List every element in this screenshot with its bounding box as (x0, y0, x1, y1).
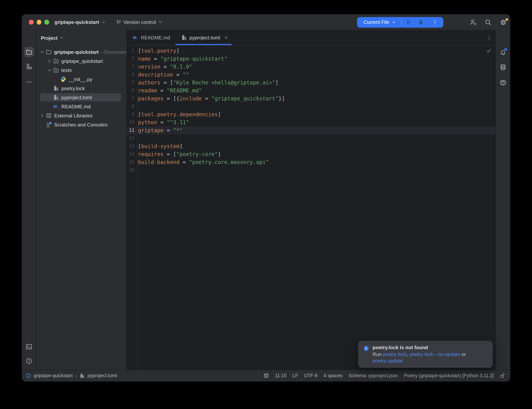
tree-item-label: External Libraries (54, 113, 92, 118)
code-line-1[interactable]: 1[tool.poetry] (127, 47, 495, 55)
chevron-down-icon (392, 20, 396, 24)
code-text: description = "" (134, 71, 189, 79)
toml-icon: [T] (53, 85, 59, 92)
minimize-window-button[interactable] (37, 20, 41, 25)
close-tab-icon[interactable] (224, 35, 229, 40)
tree-item-poetry-lock[interactable]: [T]poetry.lock (36, 84, 127, 93)
code-line-10[interactable]: 10python = "^3.11" (127, 119, 495, 127)
notifications-button[interactable] (498, 47, 508, 57)
run-config-label[interactable]: Current File (364, 19, 389, 25)
project-panel-header[interactable]: Project (36, 32, 127, 44)
status-breadcrumb-project[interactable]: griptape-quickstart (34, 373, 73, 378)
terminal-tool-button[interactable] (24, 342, 34, 352)
tab-options-kebab-icon[interactable] (486, 35, 492, 40)
vcs-widget[interactable]: Version control (115, 17, 164, 28)
code-text: [tool.poetry.dependencies] (134, 111, 221, 119)
code-text: python = "^3.11" (134, 119, 189, 127)
tab-readme-md[interactable]: M↓README.md (127, 30, 175, 45)
chevron-down-icon[interactable] (46, 68, 53, 73)
code-line-4[interactable]: 4description = "" (127, 71, 495, 79)
database-tool-button[interactable] (498, 62, 508, 72)
chevron-right-icon[interactable] (39, 113, 46, 118)
code-line-9[interactable]: 9[tool.poetry.dependencies] (127, 111, 495, 119)
code-line-8[interactable]: 8 (127, 103, 495, 111)
project-widget[interactable]: griptape-quickstart (54, 17, 107, 28)
ai-icon (500, 79, 506, 86)
status-line-ending[interactable]: LF (293, 373, 298, 378)
tree-item-readme-md[interactable]: M↓README.md (36, 102, 127, 111)
status-schema[interactable]: Schema: pyproject.json (349, 373, 398, 378)
search-everywhere-button[interactable] (484, 18, 493, 27)
ai-assistant-tool-button[interactable] (498, 78, 508, 87)
tree-item-pyproject-toml[interactable]: [T]pyproject.toml (36, 93, 127, 102)
close-window-button[interactable] (29, 20, 34, 25)
tree-item-external-libraries[interactable]: External Libraries (36, 111, 127, 120)
tree-item-label: README.md (61, 103, 91, 109)
tab-label: README.md (141, 35, 170, 40)
notification-badge (504, 48, 507, 51)
code-text (134, 103, 138, 111)
settings-gear-button[interactable] (499, 18, 508, 27)
code-line-12[interactable]: 12 (127, 134, 495, 142)
tree-item-scratches-and-consoles[interactable]: Scratches and Consoles (36, 120, 127, 129)
tree-item-griptape-quickstart[interactable]: griptape_quickstart (36, 56, 127, 65)
code-line-14[interactable]: 14requires = ["poetry-core"] (127, 150, 495, 158)
code-line-13[interactable]: 13[build-system] (127, 142, 495, 150)
code-line-11[interactable]: 11griptape = "*" (127, 127, 495, 134)
folder-badge-icon (53, 58, 59, 64)
tree-item-init-py[interactable]: __init__.py (36, 74, 127, 84)
status-breadcrumb: griptape-quickstart›[T]pyproject.toml (26, 373, 117, 379)
tree-item-label: poetry.lock (61, 85, 85, 91)
git-branch-icon (116, 19, 121, 25)
ide-window: griptape-quickstart Version control Curr… (22, 14, 510, 381)
more-run-options-button[interactable] (431, 18, 439, 26)
run-button[interactable] (405, 18, 412, 26)
code-line-2[interactable]: 2name = "griptape-quickstart" (127, 55, 495, 63)
debug-button[interactable] (417, 18, 425, 26)
notification-popup: poetry.lock is not found Run poetry lock… (358, 341, 493, 368)
line-number: 1 (127, 47, 134, 55)
link-poetry-update[interactable]: poetry update (373, 358, 403, 363)
code-line-15[interactable]: 15build-backend = "poetry.core.masonry.a… (127, 158, 495, 166)
project-icon[interactable] (26, 373, 31, 378)
more-tool-windows-button[interactable] (24, 77, 34, 87)
link-poetry-lock-no-update[interactable]: poetry lock --no-update (410, 352, 460, 357)
toml-file-icon[interactable]: [T] (80, 373, 85, 378)
status-interpreter[interactable]: Poetry (griptape-quickstart) [Python 3.1… (404, 373, 494, 378)
status-indent[interactable]: 4 spaces (323, 373, 342, 378)
add-user-button[interactable] (468, 18, 477, 27)
ai-assistant-status-icon[interactable] (264, 373, 269, 378)
run-configuration-pill[interactable]: Current File (357, 17, 443, 28)
tree-item-griptape-quickstart[interactable]: griptape-quickstart~/Documen (36, 47, 127, 56)
tree-item-label: pyproject.toml (61, 94, 92, 100)
file-writable-icon[interactable] (500, 373, 505, 378)
line-number: 5 (127, 79, 134, 87)
code-text: [build-system] (134, 142, 183, 150)
code-text: authors = ["Kyle Roche <hello@griptape.a… (134, 79, 278, 87)
project-tool-button[interactable] (24, 47, 34, 57)
code-line-16[interactable]: 16 (127, 166, 495, 174)
zoom-window-button[interactable] (44, 20, 49, 25)
code-line-3[interactable]: 3version = "0.1.0" (127, 63, 495, 71)
vcs-widget-label: Version control (123, 19, 156, 25)
status-position[interactable]: 11:15 (275, 373, 287, 378)
tree-item-label: griptape_quickstart (61, 58, 103, 64)
code-line-6[interactable]: 6readme = "README.md" (127, 87, 495, 95)
line-number: 14 (127, 150, 134, 158)
code-editor[interactable]: 1[tool.poetry]2name = "griptape-quicksta… (127, 46, 495, 370)
status-breadcrumb-file[interactable]: pyproject.toml (87, 373, 117, 378)
structure-tool-button[interactable] (24, 61, 34, 71)
tab-pyproject-toml[interactable]: [T]pyproject.toml (175, 30, 232, 45)
code-text: [tool.poetry] (134, 47, 179, 55)
chevron-right-icon[interactable] (46, 58, 53, 64)
tree-item-label: tests (61, 67, 72, 73)
terminal-icon (26, 343, 32, 350)
code-line-5[interactable]: 5authors = ["Kyle Roche <hello@griptape.… (127, 79, 495, 87)
chevron-down-icon[interactable] (39, 49, 46, 54)
link-poetry-lock[interactable]: poetry lock (383, 352, 407, 357)
line-number: 4 (127, 71, 134, 79)
status-encoding[interactable]: UTF-8 (304, 373, 318, 378)
problems-tool-button[interactable] (24, 356, 34, 366)
code-line-7[interactable]: 7packages = [{include = "griptape_quicks… (127, 95, 495, 103)
tree-item-tests[interactable]: tests (36, 65, 127, 74)
